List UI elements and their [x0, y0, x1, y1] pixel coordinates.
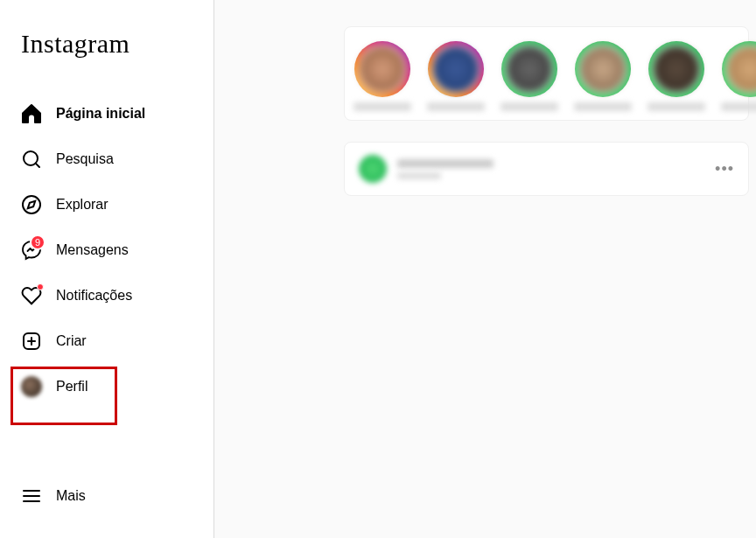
sidebar-item-label: Explorar	[56, 197, 108, 213]
profile-avatar-icon	[21, 376, 42, 397]
story-ring	[648, 41, 704, 97]
sidebar-item-explore[interactable]: Explorar	[10, 184, 203, 226]
stories-tray	[344, 26, 749, 121]
sidebar-item-search[interactable]: Pesquisa	[10, 138, 203, 180]
svg-point-2	[23, 196, 40, 213]
sidebar-item-label: Mais	[56, 488, 86, 504]
story-ring	[354, 41, 410, 97]
story-avatar	[725, 45, 756, 94]
plus-square-icon	[21, 331, 42, 352]
story-username-blurred	[648, 102, 705, 111]
story-avatar	[652, 45, 701, 94]
sidebar-item-notifications[interactable]: Notificações	[10, 275, 203, 317]
notification-dot	[37, 283, 44, 290]
story-ring	[501, 41, 557, 97]
story-avatar	[505, 45, 554, 94]
sidebar-item-label: Pesquisa	[56, 151, 114, 167]
story-username-blurred	[721, 102, 756, 111]
story-username-blurred	[354, 102, 411, 111]
hamburger-icon	[21, 486, 42, 507]
sidebar-item-more[interactable]: Mais	[10, 475, 203, 517]
post-author-avatar[interactable]	[359, 155, 387, 183]
sidebar-item-create[interactable]: Criar	[10, 320, 203, 362]
nav-list: Página inicial Pesquisa Explorar 9 Mensa…	[10, 89, 203, 472]
story-avatar	[431, 45, 480, 94]
story-username-blurred	[500, 102, 558, 111]
sidebar-item-label: Notificações	[56, 288, 132, 304]
sidebar-item-label: Criar	[56, 333, 87, 349]
svg-line-1	[36, 164, 39, 167]
sidebar-item-label: Mensagens	[56, 242, 129, 258]
svg-marker-3	[28, 201, 35, 208]
story-avatar	[358, 45, 407, 94]
sidebar-item-label: Página inicial	[56, 106, 145, 122]
sidebar-item-profile[interactable]: Perfil	[10, 366, 203, 408]
compass-icon	[21, 194, 42, 215]
story-ring	[722, 41, 756, 97]
messenger-icon: 9	[21, 240, 42, 261]
home-icon	[21, 103, 42, 124]
story-avatar	[578, 45, 627, 94]
story-item[interactable]	[427, 41, 485, 111]
story-item[interactable]	[648, 41, 705, 111]
messages-badge: 9	[30, 234, 46, 250]
post-subtext-blurred	[397, 172, 441, 179]
story-ring	[428, 41, 484, 97]
logo-text: Instagram	[21, 29, 192, 59]
story-item[interactable]	[721, 41, 756, 111]
search-icon	[21, 149, 42, 170]
story-item[interactable]	[500, 41, 558, 111]
post-author-info[interactable]	[397, 159, 715, 179]
logo[interactable]: Instagram	[10, 7, 203, 73]
post-header: •••	[344, 142, 749, 196]
story-item[interactable]	[354, 41, 411, 111]
sidebar-item-messages[interactable]: 9 Mensagens	[10, 229, 203, 271]
sidebar: Instagram Página inicial Pesquisa Explor…	[0, 0, 214, 538]
main-feed: •••	[214, 0, 756, 538]
story-username-blurred	[574, 102, 632, 111]
sidebar-item-label: Perfil	[56, 379, 88, 395]
post-username-blurred	[397, 159, 494, 168]
story-ring	[575, 41, 631, 97]
post-more-button[interactable]: •••	[715, 160, 734, 178]
story-username-blurred	[427, 102, 485, 111]
story-item[interactable]	[574, 41, 632, 111]
heart-icon	[21, 285, 42, 306]
sidebar-item-home[interactable]: Página inicial	[10, 93, 203, 135]
